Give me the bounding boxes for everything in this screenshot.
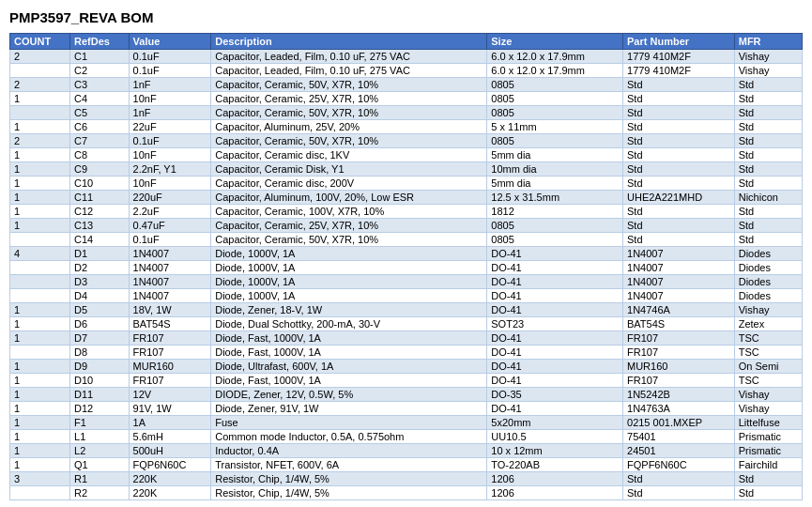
cell-refdes: C1 [70,50,129,64]
cell-description: Common mode Inductor, 0.5A, 0.575ohm [211,430,487,444]
cell-mfr: Std [734,162,802,177]
table-row: 2C10.1uFCapacitor, Leaded, Film, 0.10 uF… [10,50,803,64]
cell-size: 12.5 x 31.5mm [487,191,623,205]
table-row: 1C92.2nF, Y1Capacitor, Ceramic Disk, Y11… [10,162,803,177]
cell-value: 5.6mH [129,430,211,444]
cell-refdes: D4 [70,289,129,303]
cell-value: 0.1uF [129,233,211,247]
cell-mfr: Zetex [734,317,802,331]
cell-count: 1 [10,191,70,205]
table-row: 2C70.1uFCapacitor, Ceramic, 50V, X7R, 10… [10,134,803,148]
cell-value: MUR160 [129,360,211,374]
cell-part number: 24501 [623,444,735,458]
cell-part number: 0215 001.MXEP [623,416,735,430]
cell-description: Capacitor, Ceramic Disk, Y1 [211,162,487,177]
cell-size: DO-41 [487,289,623,303]
cell-description: Diode, 1000V, 1A [211,275,487,289]
cell-size: DO-35 [487,388,623,402]
cell-part number: UHE2A221MHD [623,191,735,205]
cell-refdes: D2 [70,261,129,275]
cell-size: TO-220AB [487,458,623,472]
cell-part number: Std [623,120,735,134]
cell-refdes: R2 [70,486,129,500]
cell-part number: 1N4007 [623,247,735,261]
cell-part number: 1779 410M2F [623,64,735,78]
table-row: 1Q1FQP6N60CTransistor, NFET, 600V, 6ATO-… [10,458,803,472]
cell-count: 1 [10,430,70,444]
cell-size: 5x20mm [487,416,623,430]
cell-refdes: D6 [70,317,129,331]
cell-size: DO-41 [487,374,623,388]
cell-part number: Std [623,219,735,233]
table-row: 1C11220uFCapacitor, Aluminum, 100V, 20%,… [10,191,803,205]
table-row: 1C810nFCapacitor, Ceramic disc, 1KV5mm d… [10,148,803,162]
cell-size: DO-41 [487,402,623,416]
cell-mfr: Std [734,134,802,148]
cell-refdes: L1 [70,430,129,444]
cell-description: Capacitor, Ceramic, 50V, X7R, 10% [211,106,487,120]
cell-mfr: Diodes [734,261,802,275]
cell-description: Diode, Ultrafast, 600V, 1A [211,360,487,374]
table-row: 1D1112VDIODE, Zener, 12V, 0.5W, 5%DO-351… [10,388,803,402]
cell-refdes: C10 [70,177,129,191]
cell-refdes: D1 [70,247,129,261]
cell-count: 1 [10,416,70,430]
cell-value: 0.1uF [129,134,211,148]
table-row: D31N4007Diode, 1000V, 1ADO-411N4007Diode… [10,275,803,289]
cell-part number: Std [623,148,735,162]
table-row: 1C1010nFCapacitor, Ceramic disc, 200V5mm… [10,177,803,191]
cell-value: FR107 [129,331,211,346]
cell-value: 1A [129,416,211,430]
table-row: 1C130.47uFCapacitor, Ceramic, 25V, X7R, … [10,219,803,233]
cell-size: 0805 [487,106,623,120]
cell-value: 500uH [129,444,211,458]
cell-count: 1 [10,177,70,191]
cell-part number: Std [623,205,735,219]
cell-count [10,233,70,247]
table-row: 1C622uFCapacitor, Aluminum, 25V, 20%5 x … [10,120,803,134]
column-header-mfr: MFR [734,34,802,50]
cell-mfr: Std [734,233,802,247]
cell-refdes: C3 [70,78,129,92]
cell-value: 10nF [129,92,211,106]
table-row: C20.1uFCapacitor, Leaded, Film, 0.10 uF,… [10,64,803,78]
table-row: 1C122.2uFCapacitor, Ceramic, 100V, X7R, … [10,205,803,219]
cell-part number: Std [623,106,735,120]
cell-mfr: Vishay [734,388,802,402]
cell-mfr: Littelfuse [734,416,802,430]
cell-part number: FR107 [623,331,735,346]
table-body: 2C10.1uFCapacitor, Leaded, Film, 0.10 uF… [10,50,803,500]
cell-part number: FR107 [623,346,735,360]
cell-refdes: D8 [70,346,129,360]
cell-description: Capacitor, Ceramic, 50V, X7R, 10% [211,233,487,247]
table-row: 2C31nFCapacitor, Ceramic, 50V, X7R, 10%0… [10,78,803,92]
cell-count [10,289,70,303]
cell-size: 0805 [487,134,623,148]
cell-part number: 1N4763A [623,402,735,416]
cell-description: Capacitor, Ceramic, 25V, X7R, 10% [211,219,487,233]
cell-size: DO-41 [487,346,623,360]
cell-refdes: R1 [70,472,129,486]
cell-refdes: C14 [70,233,129,247]
cell-mfr: Diodes [734,247,802,261]
table-row: 1F11AFuse5x20mm0215 001.MXEPLittelfuse [10,416,803,430]
cell-value: 2.2nF, Y1 [129,162,211,177]
table-row: 1D10FR107Diode, Fast, 1000V, 1ADO-41FR10… [10,374,803,388]
cell-value: BAT54S [129,317,211,331]
table-row: D8FR107Diode, Fast, 1000V, 1ADO-41FR107T… [10,346,803,360]
cell-value: 1N4007 [129,289,211,303]
cell-mfr: Std [734,78,802,92]
cell-part number: Std [623,472,735,486]
cell-mfr: Std [734,148,802,162]
cell-count [10,106,70,120]
cell-description: Fuse [211,416,487,430]
cell-mfr: Nichicon [734,191,802,205]
cell-size: 5 x 11mm [487,120,623,134]
cell-description: Diode, Fast, 1000V, 1A [211,374,487,388]
cell-part number: Std [623,78,735,92]
table-row: 1L15.6mHCommon mode Inductor, 0.5A, 0.57… [10,430,803,444]
cell-description: Capacitor, Aluminum, 25V, 20% [211,120,487,134]
cell-part number: 75401 [623,430,735,444]
cell-size: 10mm dia [487,162,623,177]
cell-value: FR107 [129,346,211,360]
